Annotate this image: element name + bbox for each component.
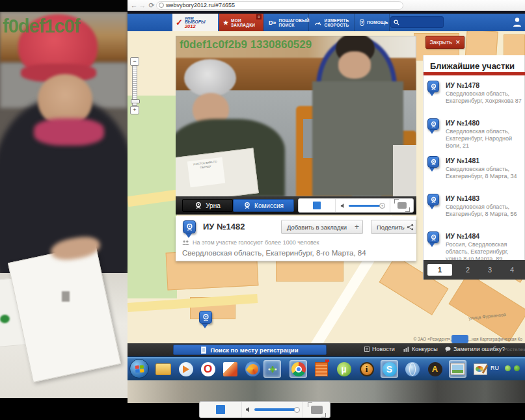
forward-icon[interactable]: → <box>138 0 147 10</box>
map-building <box>449 273 525 342</box>
volume-control[interactable]: + <box>335 199 390 212</box>
contests-link[interactable]: Конкурсы <box>403 346 438 352</box>
camera-id-watermark: f0def1c0f <box>3 16 128 37</box>
camera-id-watermark: f0def1c0f2b9 1330860529 <box>180 38 312 51</box>
speaker-icon <box>340 203 346 209</box>
user-account-icon[interactable] <box>513 17 522 27</box>
standing-person-body <box>312 81 403 196</box>
ballot-box-label: УЧАСТОК ВИВА ПО ОБРАЩУ <box>187 157 225 187</box>
fullscreen-button[interactable] <box>303 402 330 417</box>
zoom-slider-track[interactable] <box>132 66 137 106</box>
help-icon: ? <box>360 19 364 26</box>
aimp-icon[interactable]: A <box>426 360 444 378</box>
green-stamp <box>0 314 10 323</box>
tray-language-indicator[interactable]: RU <box>491 365 499 371</box>
nearby-station-row[interactable]: ИУ №1481 Свердловская область, Екатеринб… <box>424 155 525 192</box>
pagination: 1 2 3 4 <box>424 260 525 280</box>
nearby-station-row[interactable]: ИУ №1478 Свердловская область, Екатеринб… <box>424 79 525 117</box>
stop-button[interactable] <box>299 199 335 212</box>
volume-track[interactable] <box>349 205 383 207</box>
bookmarks-badge: 0 <box>256 14 262 20</box>
firefox-icon[interactable] <box>244 360 262 378</box>
tab-urn-camera[interactable]: Урна <box>182 199 233 212</box>
reload-icon[interactable]: ⟳ <box>147 0 156 10</box>
page-security-icon[interactable] <box>159 3 164 8</box>
site-logo[interactable]: ✓ WEB ВЫБОРЫ 2012 <box>172 14 218 31</box>
paint-icon[interactable] <box>472 360 489 378</box>
panel-divider <box>424 72 525 75</box>
floating-player-controls <box>199 401 330 418</box>
webcam-icon <box>195 202 202 209</box>
share-icon-button[interactable] <box>405 220 416 234</box>
globe-app-icon[interactable] <box>403 360 421 378</box>
nav-help[interactable]: ? ПОМОЩЬ <box>356 14 390 31</box>
station-video-player: УЧАСТОК ВИВА ПО ОБРАЩУ f0def1c0f2b9 1330… <box>176 36 416 215</box>
utorrent-icon[interactable]: µ <box>335 360 353 378</box>
fullscreen-button[interactable] <box>390 199 413 212</box>
volume-control[interactable] <box>241 402 303 417</box>
building-app-icon[interactable] <box>312 360 330 378</box>
tab-commission-camera[interactable]: Комиссия <box>233 199 294 212</box>
zoom-slider-handle[interactable] <box>131 99 140 103</box>
media-player-icon[interactable] <box>177 360 195 378</box>
people-icon <box>182 240 189 246</box>
ballot-emblem <box>62 291 70 302</box>
orange-app-icon[interactable] <box>221 360 239 378</box>
photo-viewer-icon[interactable] <box>449 360 466 378</box>
chat-bubble-icon <box>445 347 451 352</box>
nav-my-bookmarks[interactable]: ★ МОИ ЗАКЛАДКИ 0 <box>219 14 263 31</box>
green-app-icon[interactable] <box>263 360 281 378</box>
nearby-station-row[interactable]: ИУ №1480 Свердловская область, Екатеринб… <box>424 117 525 155</box>
map-zoom-control: − + <box>130 57 140 114</box>
webcam-icon <box>202 313 210 322</box>
zoom-out-button[interactable]: − <box>130 57 139 66</box>
page-button-2[interactable]: 2 <box>461 266 474 274</box>
start-button[interactable] <box>129 359 149 378</box>
station-pin-icon <box>427 118 439 130</box>
back-icon[interactable]: ← <box>129 0 139 10</box>
volume-handle[interactable]: + <box>379 203 385 209</box>
webcam-icon <box>243 202 251 209</box>
speaker-icon <box>245 406 252 413</box>
logo-check-icon: ✓ <box>176 18 183 27</box>
search-by-registration-button[interactable]: Поиск по месту регистрации <box>173 345 327 355</box>
page-top-strip <box>128 11 525 14</box>
page-button-3[interactable]: 3 <box>483 266 496 274</box>
logo-text: WEB ВЫБОРЫ 2012 <box>185 16 206 29</box>
speedometer-icon <box>314 20 322 26</box>
news-link[interactable]: Новости <box>364 346 395 352</box>
page-button-4[interactable]: 4 <box>505 266 518 274</box>
address-bar[interactable]: webvybory2012.ru/#74655 <box>156 1 403 10</box>
stop-button[interactable] <box>200 402 241 417</box>
left-webcam-video: f0def1c0f <box>0 0 128 420</box>
station-map-pin[interactable] <box>199 311 212 324</box>
map-overlay-chip[interactable] <box>451 335 468 343</box>
close-panel-button[interactable]: Закрыть ✕ <box>425 36 464 49</box>
tray-messenger-icon[interactable] <box>514 365 520 371</box>
add-bookmark-plus-button[interactable]: + <box>351 220 363 234</box>
volume-handle[interactable] <box>294 407 300 413</box>
station-pin-icon <box>427 194 439 205</box>
opera-icon[interactable]: O <box>199 360 217 378</box>
report-error-link[interactable]: Заметили ошибку? <box>445 346 505 352</box>
seated-person-beret <box>184 59 236 97</box>
nearby-station-row[interactable]: ИУ №1483 Свердловская область, Екатеринб… <box>424 192 525 230</box>
station-info-card: ИУ №1482 Добавить в закладки + Поделитьс… <box>176 216 416 261</box>
panel-title: Ближайшие участки <box>430 61 515 71</box>
nav-step-search[interactable]: D» ПОШАГОВЫЙ ПОИСК <box>265 14 309 31</box>
nav-speed-test[interactable]: ИЗМЕРИТЬ СКОРОСТЬ <box>310 14 355 31</box>
chrome-icon[interactable] <box>289 360 307 378</box>
zoom-in-button[interactable]: + <box>130 106 139 114</box>
volume-track[interactable] <box>254 408 297 411</box>
explorer-icon[interactable] <box>154 360 172 378</box>
screen: f0def1c0f ← → ⟳ webvybory2012.ru/#74655 … <box>0 0 525 420</box>
add-bookmark-button[interactable]: Добавить в закладки <box>281 220 353 234</box>
page-button-1[interactable]: 1 <box>427 264 452 276</box>
skype-icon[interactable]: S <box>381 360 398 378</box>
player-controls: + <box>298 198 414 213</box>
info-app-icon[interactable]: i <box>358 360 375 378</box>
tray-messenger-icon[interactable] <box>505 365 511 371</box>
player-video[interactable]: УЧАСТОК ВИВА ПО ОБРАЩУ f0def1c0f2b9 1330… <box>176 36 416 196</box>
search-icon <box>394 20 399 25</box>
player-control-bar: Урна Комиссия + <box>176 196 416 215</box>
